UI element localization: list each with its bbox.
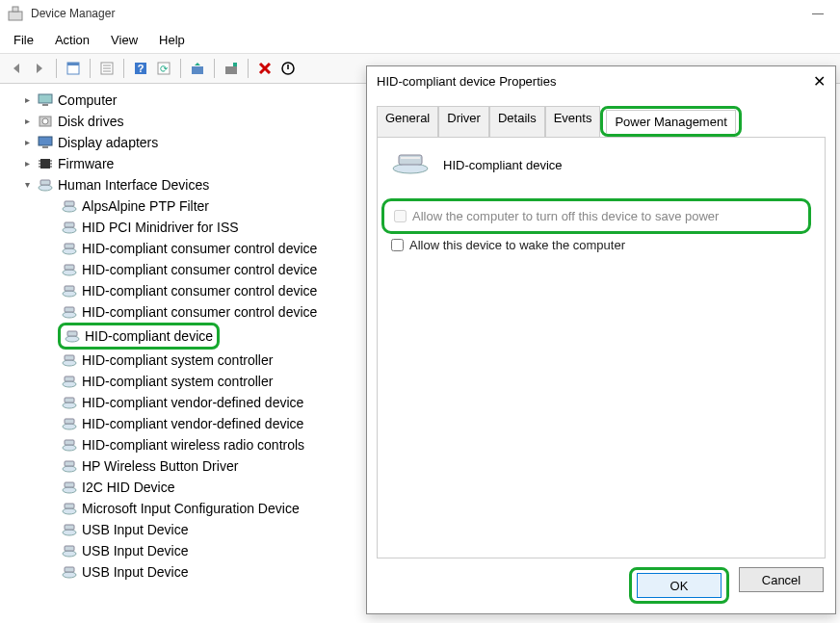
forward-icon[interactable] <box>29 58 50 79</box>
svg-rect-1 <box>13 7 18 12</box>
device-label: HID-compliant consumer control device <box>82 238 317 259</box>
chevron-right-icon[interactable]: ▸ <box>21 94 33 106</box>
highlight-ok-button: OK <box>629 567 729 604</box>
category-icon <box>38 92 53 108</box>
svg-rect-0 <box>9 12 22 20</box>
category-icon <box>38 156 53 171</box>
dialog-titlebar: HID-compliant device Properties ✕ <box>367 66 835 96</box>
svg-point-57 <box>63 487 76 493</box>
svg-rect-14 <box>233 63 237 66</box>
disable-icon[interactable] <box>277 58 299 79</box>
svg-point-35 <box>63 248 76 254</box>
device-icon <box>62 437 77 453</box>
svg-rect-13 <box>225 66 237 74</box>
svg-rect-52 <box>65 419 74 424</box>
tab-general[interactable]: General <box>377 106 438 137</box>
scan-hardware-icon[interactable] <box>221 58 242 79</box>
checkbox-allow-turnoff[interactable]: Allow the computer to turn off this devi… <box>394 209 799 223</box>
category-label: Disk drives <box>58 111 123 132</box>
device-icon <box>62 501 77 516</box>
menu-action[interactable]: Action <box>49 31 95 49</box>
device-label: HID-compliant system controller <box>82 350 273 371</box>
svg-point-59 <box>63 508 76 514</box>
category-icon <box>38 135 53 150</box>
properties-dialog: HID-compliant device Properties ✕ Genera… <box>366 65 836 614</box>
device-label: HID-compliant system controller <box>82 371 273 392</box>
svg-rect-46 <box>65 355 74 360</box>
device-icon <box>62 220 77 235</box>
chevron-right-icon[interactable]: ▸ <box>21 137 33 148</box>
cancel-button[interactable]: Cancel <box>739 567 824 592</box>
chevron-down-icon[interactable]: ▾ <box>21 179 33 191</box>
device-label: HID-compliant vendor-defined device <box>82 413 303 434</box>
checkbox-allow-wake[interactable]: Allow this device to wake the computer <box>391 238 811 252</box>
svg-rect-44 <box>67 331 77 336</box>
category-label: Human Interface Devices <box>58 174 209 195</box>
svg-rect-17 <box>42 104 48 106</box>
update-driver-icon[interactable] <box>187 58 208 79</box>
show-hide-icon[interactable] <box>63 58 84 79</box>
menu-help[interactable]: Help <box>153 31 191 49</box>
tab-events[interactable]: Events <box>545 106 601 137</box>
properties-icon[interactable] <box>96 58 118 79</box>
svg-rect-22 <box>40 159 50 169</box>
checkbox-allow-turnoff-label: Allow the computer to turn off this devi… <box>412 209 719 223</box>
svg-point-61 <box>63 530 76 535</box>
ok-button[interactable]: OK <box>637 573 722 598</box>
chevron-right-icon[interactable]: ▸ <box>21 158 33 169</box>
svg-point-37 <box>63 270 76 275</box>
menu-view[interactable]: View <box>105 31 144 49</box>
device-label: HID-compliant wireless radio controls <box>82 434 304 455</box>
svg-point-19 <box>42 118 48 124</box>
svg-rect-60 <box>65 504 74 508</box>
svg-rect-16 <box>39 94 52 103</box>
menu-file[interactable]: File <box>8 31 39 49</box>
device-icon <box>62 241 77 256</box>
device-label: HID-compliant consumer control device <box>82 259 317 280</box>
device-label: HP Wireless Button Driver <box>82 455 238 477</box>
device-icon <box>62 198 77 214</box>
checkbox-allow-wake-label: Allow this device to wake the computer <box>409 238 625 252</box>
minimize-button[interactable]: — <box>803 7 832 20</box>
menu-bar: File Action View Help <box>0 27 840 54</box>
back-icon[interactable] <box>6 58 27 79</box>
svg-point-45 <box>63 360 76 366</box>
device-icon <box>62 480 77 495</box>
device-label: USB Input Device <box>82 561 189 583</box>
checkbox-allow-turnoff-input[interactable] <box>394 210 407 222</box>
tab-details[interactable]: Details <box>489 106 545 137</box>
checkbox-allow-wake-input[interactable] <box>391 239 404 251</box>
svg-rect-36 <box>65 244 74 248</box>
svg-point-29 <box>39 185 52 191</box>
device-label: AlpsAlpine PTP Filter <box>82 195 209 217</box>
tab-power-management[interactable]: Power Management <box>606 110 735 133</box>
device-icon <box>62 458 77 474</box>
svg-rect-64 <box>65 546 74 551</box>
svg-point-49 <box>63 402 76 408</box>
uninstall-icon[interactable] <box>254 58 276 79</box>
device-icon <box>62 543 77 558</box>
svg-point-51 <box>63 424 76 429</box>
device-label: USB Input Device <box>82 540 189 561</box>
device-icon <box>62 374 77 389</box>
device-icon <box>62 416 77 431</box>
device-name: HID-compliant device <box>443 158 563 172</box>
svg-point-55 <box>63 466 76 472</box>
category-label: Display adapters <box>58 132 158 153</box>
close-icon[interactable]: ✕ <box>813 72 826 91</box>
device-label: I2C HID Device <box>82 477 174 498</box>
svg-point-53 <box>63 445 76 451</box>
svg-rect-34 <box>65 222 74 227</box>
tab-driver[interactable]: Driver <box>438 106 489 137</box>
device-icon <box>391 151 430 179</box>
svg-point-63 <box>63 551 76 557</box>
help-icon[interactable]: ? <box>130 58 151 79</box>
tab-strip: General Driver Details Events Power Mana… <box>367 96 835 137</box>
category-icon <box>38 114 53 129</box>
refresh-icon[interactable]: ⟳ <box>153 58 174 79</box>
svg-rect-21 <box>42 146 48 148</box>
chevron-right-icon[interactable]: ▸ <box>21 116 33 127</box>
svg-point-65 <box>63 572 76 578</box>
device-icon <box>62 304 77 320</box>
device-icon <box>62 522 77 537</box>
